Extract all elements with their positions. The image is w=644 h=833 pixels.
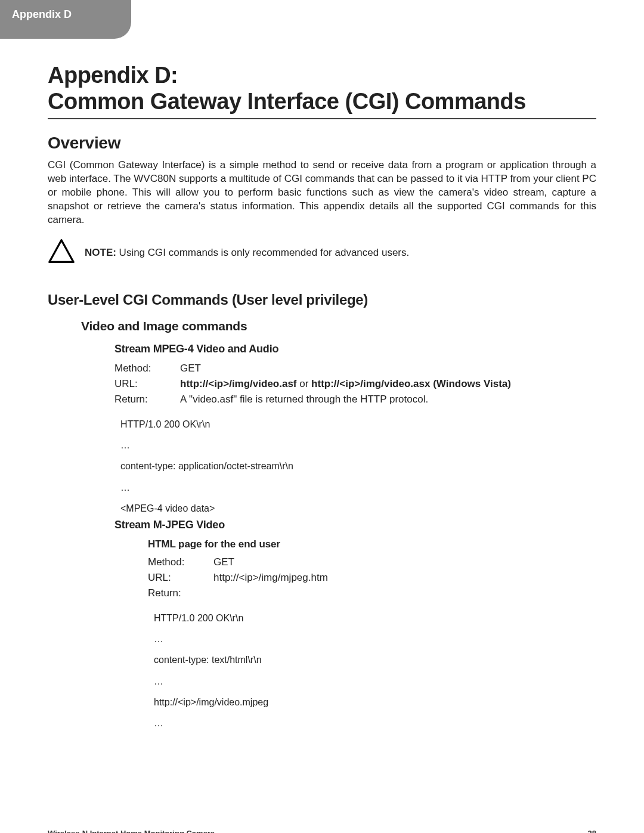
cmd1-url-value: http://<ip>/img/video.asf or http://<ip>… xyxy=(180,378,596,390)
cmd2-method-value: GET xyxy=(213,556,596,568)
overview-body: CGI (Common Gateway Interface) is a simp… xyxy=(48,159,596,227)
appendix-tab: Appendix D xyxy=(0,0,131,39)
video-image-heading: Video and Image commands xyxy=(81,319,596,333)
cmd1-return-value: A "video.asf" file is returned through t… xyxy=(180,394,596,405)
cmd2-return-value xyxy=(213,587,596,599)
page-footer: Wireless-N Internet Home Monitoring Came… xyxy=(0,829,644,833)
cmd2-return-label: Return: xyxy=(148,587,213,599)
cmd2-ret-4: http://<ip>/img/video.mjpeg xyxy=(154,692,596,713)
page-title: Appendix D: Common Gateway Interface (CG… xyxy=(48,63,596,114)
cmd2-title: Stream M-JPEG Video xyxy=(114,519,596,531)
footer-left: Wireless-N Internet Home Monitoring Came… xyxy=(48,829,215,833)
cmd2-method-label: Method: xyxy=(148,556,213,568)
title-line-2: Common Gateway Interface (CGI) Commands xyxy=(48,89,526,114)
cmd2-kv: Method: GET URL: http://<ip>/img/mjpeg.h… xyxy=(148,556,596,599)
title-rule xyxy=(48,118,596,119)
user-level-heading: User-Level CGI Commands (User level priv… xyxy=(48,292,596,308)
cmd2-ret-2: content-type: text/html\r\n xyxy=(154,649,596,670)
svg-marker-0 xyxy=(49,240,73,262)
cmd1-method-label: Method: xyxy=(114,363,180,374)
note-text: NOTE: Using CGI commands is only recomme… xyxy=(85,247,409,259)
page-content: Appendix D: Common Gateway Interface (CG… xyxy=(0,39,644,757)
title-line-1: Appendix D: xyxy=(48,63,178,88)
cmd1-kv: Method: GET URL: http://<ip>/img/video.a… xyxy=(114,363,596,405)
footer-page-number: 28 xyxy=(588,829,596,833)
cmd2-ret-0: HTTP/1.0 200 OK\r\n xyxy=(154,608,596,628)
cmd1-url-label: URL: xyxy=(114,378,180,390)
cmd2-subtitle: HTML page for the end user xyxy=(148,538,596,550)
cmd1-url-bold2: http://<ip>/img/video.asx (Windows Vista… xyxy=(311,378,511,389)
cmd1-url-mid: or xyxy=(297,378,312,389)
cmd1-method-value: GET xyxy=(180,363,596,374)
cmd1-ret-0: HTTP/1.0 200 OK\r\n xyxy=(120,414,596,435)
cmd1-ret-3: … xyxy=(120,477,596,498)
cmd1-return-label: Return: xyxy=(114,394,180,405)
cmd2-ret-5: … xyxy=(154,713,596,733)
cmd1-ret-4: <MPEG-4 video data> xyxy=(120,498,596,519)
cmd2-url-label: URL: xyxy=(148,572,213,584)
cmd2-url-value: http://<ip>/img/mjpeg.htm xyxy=(213,572,596,584)
cmd1-title: Stream MPEG-4 Video and Audio xyxy=(114,343,596,355)
cmd2-return-block: HTTP/1.0 200 OK\r\n … content-type: text… xyxy=(154,608,596,733)
cmd2-url-bold: http://<ip>/img/mjpeg.htm xyxy=(213,572,328,583)
note-callout: NOTE: Using CGI commands is only recomme… xyxy=(48,238,596,268)
cmd1-url-bold1: http://<ip>/img/video.asf xyxy=(180,378,297,389)
note-body: Using CGI commands is only recommended f… xyxy=(116,247,409,258)
note-label: NOTE: xyxy=(85,247,116,258)
warning-icon xyxy=(48,238,75,268)
cmd1-ret-1: … xyxy=(120,435,596,456)
cmd2-ret-1: … xyxy=(154,628,596,649)
cmd1-ret-2: content-type: application/octet-stream\r… xyxy=(120,456,596,476)
cmd1-return-block: HTTP/1.0 200 OK\r\n … content-type: appl… xyxy=(120,414,596,519)
overview-heading: Overview xyxy=(48,134,596,153)
cmd2-ret-3: … xyxy=(154,671,596,692)
